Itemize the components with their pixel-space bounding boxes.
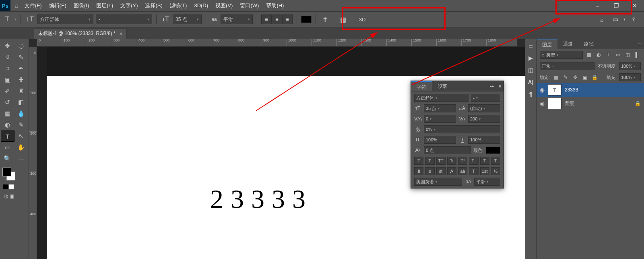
character-panel[interactable]: 字符 段落 ▸▸ ≡ 方正舒体▾ -▾ тT 35 点▾ ਟA (自动)▾ V/…: [411, 81, 504, 189]
ot-alt-btn[interactable]: aà: [458, 167, 467, 175]
brush-tool-icon[interactable]: ✐: [1, 85, 14, 97]
lock-move-icon[interactable]: ✥: [572, 74, 579, 81]
frame-tool-icon[interactable]: ▣: [1, 74, 14, 85]
blur-tool-icon[interactable]: 💧: [14, 108, 28, 119]
marquee-tool-icon[interactable]: ◌: [14, 40, 28, 52]
menu-help[interactable]: 帮助(H): [262, 0, 287, 11]
tab-layers[interactable]: 图层: [537, 39, 557, 49]
char-tracking-select[interactable]: 200▾: [468, 115, 500, 123]
lock-artboard-icon[interactable]: ▣: [581, 74, 588, 81]
filter-shape-icon[interactable]: ▭: [614, 51, 621, 58]
antialias-select[interactable]: 平滑▾: [221, 15, 253, 24]
3d-button[interactable]: 3D: [356, 15, 368, 24]
ot-frac-btn[interactable]: ½: [491, 167, 500, 175]
play-panel-icon[interactable]: ▶: [528, 55, 533, 61]
menu-image[interactable]: 图像(I): [70, 0, 93, 11]
ot-ord-btn[interactable]: 1st: [480, 167, 489, 175]
font-size-select[interactable]: 35 点▾: [173, 15, 202, 24]
font-family-select[interactable]: 方正舒体▾: [37, 15, 93, 24]
pen-tool-icon[interactable]: ✎: [14, 119, 28, 131]
filter-image-icon[interactable]: ▦: [585, 51, 592, 58]
underline-btn[interactable]: T: [480, 157, 489, 165]
orientation-icon[interactable]: ⟂T: [25, 15, 35, 24]
text-color-swatch[interactable]: [301, 16, 312, 23]
document-tab[interactable]: 未标题-1 @ 100% (23333, RGB/8) * ×: [34, 28, 127, 39]
history-brush-icon[interactable]: ↺: [1, 97, 14, 108]
layer-item[interactable]: ◉ T 23333: [537, 83, 644, 97]
stamp-tool-icon[interactable]: ♜: [14, 85, 28, 97]
visibility-icon[interactable]: ◉: [540, 87, 545, 93]
filter-toggle-icon[interactable]: ▌: [634, 51, 641, 58]
tool-preset-icon[interactable]: T: [2, 15, 12, 24]
dodge-tool-icon[interactable]: ◐: [1, 119, 14, 131]
ot-title-btn[interactable]: T: [469, 167, 478, 175]
menu-file[interactable]: 文件(F): [21, 0, 45, 11]
fill-select[interactable]: 100%▾: [619, 73, 641, 81]
menu-window[interactable]: 窗口(W): [236, 0, 262, 11]
char-color-swatch[interactable]: [486, 147, 500, 154]
align-right-button[interactable]: ≡: [282, 15, 293, 24]
char-style-select[interactable]: -▾: [471, 94, 500, 102]
filter-adjust-icon[interactable]: ◐: [595, 51, 602, 58]
menu-layer[interactable]: 图层(L): [93, 0, 117, 11]
more-tools-icon[interactable]: ⋯: [14, 153, 28, 164]
panel-menu-icon[interactable]: ≡: [496, 81, 504, 91]
menu-edit[interactable]: 编辑(E): [45, 0, 70, 11]
char-baseline[interactable]: 0 点: [424, 146, 471, 154]
char-lang-select[interactable]: 美国英语▾: [414, 178, 462, 186]
subscript-btn[interactable]: T₁: [469, 157, 478, 165]
properties-panel-icon[interactable]: ◫: [528, 67, 533, 73]
tab-channels[interactable]: 通道: [557, 39, 578, 49]
tab-close-icon[interactable]: ×: [120, 31, 123, 37]
layer-filter-select[interactable]: ⌕类型▾: [540, 51, 583, 59]
search-icon[interactable]: ⌕: [596, 14, 607, 25]
menu-3d[interactable]: 3D(D): [190, 0, 212, 11]
char-panel-icon[interactable]: ▤: [338, 15, 348, 24]
fg-color-swatch[interactable]: [2, 168, 11, 176]
menu-type[interactable]: 文字(Y): [117, 0, 141, 11]
blend-mode-select[interactable]: 正常▾: [540, 62, 595, 70]
panel-menu-icon[interactable]: ≡: [635, 39, 644, 49]
char-hscale[interactable]: 100%: [468, 136, 500, 144]
lasso-tool-icon[interactable]: ঔ: [1, 52, 14, 63]
lock-paint-icon[interactable]: ✎: [562, 74, 569, 81]
history-panel-icon[interactable]: ≣: [528, 43, 533, 49]
collapse-icon[interactable]: ▸▸: [487, 81, 496, 91]
char-leading-select[interactable]: (自动)▾: [468, 104, 500, 112]
window-min-button[interactable]: –: [588, 0, 607, 11]
filter-smart-icon[interactable]: ◫: [624, 51, 631, 58]
char-kerning-select[interactable]: 0▾: [424, 115, 456, 123]
ot-swash-btn[interactable]: A: [447, 167, 456, 175]
home-icon[interactable]: ⌂: [12, 2, 21, 9]
ot-ligature-btn[interactable]: fi: [414, 167, 423, 175]
ot-st-btn[interactable]: st: [436, 167, 446, 175]
menu-view[interactable]: 视图(V): [212, 0, 236, 11]
crop-tool-icon[interactable]: ⌗: [1, 63, 14, 74]
warp-text-icon[interactable]: ✝: [320, 15, 330, 24]
char-size-select[interactable]: 35 点▾: [424, 104, 456, 112]
caps-btn[interactable]: TT: [436, 157, 446, 165]
visibility-icon[interactable]: ◉: [540, 100, 545, 107]
heal-tool-icon[interactable]: ✚: [14, 74, 28, 85]
menu-filter[interactable]: 滤镜(T): [166, 0, 191, 11]
ot-slash-btn[interactable]: ø: [425, 167, 434, 175]
screenmode-icon[interactable]: ▣: [10, 193, 14, 199]
quickselect-tool-icon[interactable]: ✎: [14, 52, 28, 63]
gradient-tool-icon[interactable]: ▦: [1, 108, 14, 119]
share-icon[interactable]: ⇪: [628, 14, 639, 25]
filter-type-icon[interactable]: T: [605, 51, 612, 58]
move-tool-icon[interactable]: ✥: [1, 40, 14, 52]
smallcaps-btn[interactable]: Tr: [447, 157, 456, 165]
zoom-tool-icon[interactable]: 🔍: [1, 153, 14, 164]
workspace-icon[interactable]: ▭: [610, 14, 621, 25]
align-left-button[interactable]: ≡: [261, 15, 272, 24]
bold-btn[interactable]: T: [414, 157, 423, 165]
paragraph-panel-icon[interactable]: ¶: [529, 91, 533, 97]
hand-tool-icon[interactable]: ✋: [14, 142, 28, 153]
char-vscale[interactable]: 100%: [424, 136, 456, 144]
type-tool-icon[interactable]: T: [1, 131, 14, 142]
font-style-select[interactable]: -▾: [96, 15, 152, 24]
lock-all-icon[interactable]: 🔒: [591, 74, 598, 81]
color-swatches[interactable]: [2, 168, 18, 182]
superscript-btn[interactable]: T¹: [458, 157, 467, 165]
